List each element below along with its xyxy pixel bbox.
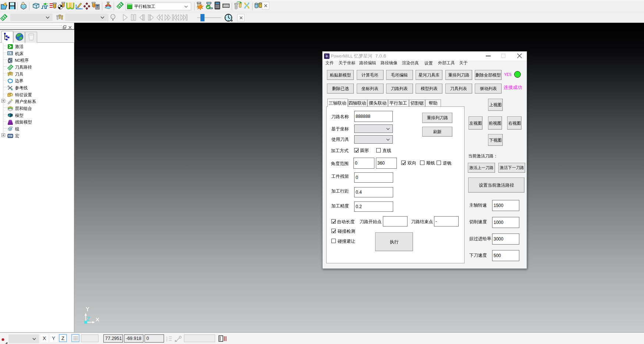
svg-text:z: z	[166, 340, 167, 342]
